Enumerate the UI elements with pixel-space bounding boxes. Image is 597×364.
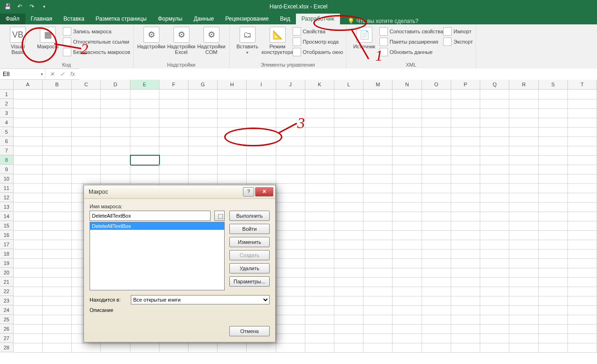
cell[interactable] (568, 343, 597, 353)
tab-insert[interactable]: Вставка (58, 14, 90, 24)
cell[interactable] (14, 240, 43, 250)
cell[interactable] (539, 193, 568, 203)
cell[interactable] (568, 127, 597, 137)
cell[interactable] (568, 315, 597, 325)
name-box-dropdown-icon[interactable]: ▾ (41, 72, 43, 76)
cell[interactable] (305, 221, 334, 231)
refresh-data-button[interactable]: Обновить данные (379, 47, 443, 57)
cell[interactable] (334, 108, 363, 118)
cell[interactable] (305, 183, 334, 193)
cell[interactable] (14, 155, 43, 165)
column-header[interactable]: A (14, 80, 43, 89)
cell[interactable] (218, 118, 247, 128)
cell[interactable] (539, 174, 568, 184)
cell[interactable] (159, 136, 189, 146)
macro-name-input[interactable] (90, 211, 211, 221)
addins-button[interactable]: ⚙Надстройки (136, 26, 166, 49)
cell[interactable] (393, 268, 422, 278)
xml-source-button[interactable]: 📄Источник (349, 26, 379, 49)
row-header[interactable]: 14 (0, 212, 14, 221)
column-header[interactable]: N (393, 80, 422, 89)
edit-button[interactable]: Изменить (229, 237, 270, 247)
column-header[interactable]: O (422, 80, 451, 89)
cell[interactable] (480, 165, 509, 174)
cell[interactable] (72, 127, 101, 137)
cell[interactable] (363, 165, 393, 174)
cell[interactable] (43, 127, 72, 137)
tab-file[interactable]: Файл (0, 14, 25, 24)
cell[interactable] (189, 99, 218, 109)
cell[interactable] (451, 174, 480, 184)
cell[interactable] (43, 258, 72, 268)
cell[interactable] (451, 146, 480, 156)
cell[interactable] (218, 99, 247, 109)
cell[interactable] (363, 221, 393, 231)
cell[interactable] (305, 324, 334, 334)
cell[interactable] (539, 127, 568, 137)
cell[interactable] (568, 277, 597, 287)
cell[interactable] (305, 277, 334, 287)
cell[interactable] (539, 183, 568, 193)
column-header[interactable]: M (363, 80, 393, 89)
cell[interactable] (393, 99, 422, 109)
cell[interactable] (276, 249, 305, 259)
cell[interactable] (43, 287, 72, 296)
cell[interactable] (159, 155, 189, 165)
cell[interactable] (334, 315, 363, 325)
cell[interactable] (334, 249, 363, 259)
cell[interactable] (276, 305, 305, 315)
cell[interactable] (130, 118, 159, 128)
cell[interactable] (422, 277, 451, 287)
cell[interactable] (480, 99, 509, 109)
cell[interactable] (218, 155, 247, 165)
cancel-formula-icon[interactable]: ✕ (48, 71, 56, 77)
cell[interactable] (393, 249, 422, 259)
cell[interactable] (422, 118, 451, 128)
cell[interactable] (568, 230, 597, 240)
cell[interactable] (363, 287, 393, 296)
cell[interactable] (276, 343, 305, 353)
cell[interactable] (568, 202, 597, 212)
cell[interactable] (451, 193, 480, 203)
cell[interactable] (422, 296, 451, 306)
cell[interactable] (101, 165, 130, 174)
cell[interactable] (363, 249, 393, 259)
tab-page-layout[interactable]: Разметка страницы (90, 14, 152, 24)
cell[interactable] (14, 90, 43, 99)
cell[interactable] (101, 127, 130, 137)
cell[interactable] (422, 324, 451, 334)
cell[interactable] (539, 305, 568, 315)
cell[interactable] (363, 296, 393, 306)
cell[interactable] (539, 90, 568, 99)
name-box[interactable]: ▾ (0, 69, 45, 79)
cell[interactable] (43, 146, 72, 156)
accept-formula-icon[interactable]: ✓ (59, 71, 66, 77)
cell[interactable] (363, 202, 393, 212)
cell[interactable] (422, 193, 451, 203)
cell[interactable] (422, 315, 451, 325)
cell[interactable] (509, 99, 538, 109)
cell[interactable] (480, 118, 509, 128)
cell[interactable] (334, 165, 363, 174)
cell[interactable] (363, 277, 393, 287)
cell[interactable] (509, 268, 538, 278)
cell[interactable] (422, 136, 451, 146)
cell[interactable] (422, 127, 451, 137)
cell[interactable] (451, 155, 480, 165)
record-macro-button[interactable]: Запись макроса (63, 27, 130, 36)
cell[interactable] (101, 90, 130, 99)
cell[interactable] (43, 334, 72, 343)
cell[interactable] (422, 305, 451, 315)
cell[interactable] (247, 343, 276, 353)
cell[interactable] (14, 183, 43, 193)
cell[interactable] (101, 146, 130, 156)
options-button[interactable]: Параметры... (229, 276, 270, 287)
cell[interactable] (189, 118, 218, 128)
cell[interactable] (14, 202, 43, 212)
cell[interactable] (451, 183, 480, 193)
cell[interactable] (247, 136, 276, 146)
xml-export-button[interactable]: Экспорт (443, 37, 473, 46)
cell[interactable] (334, 240, 363, 250)
row-header[interactable]: 4 (0, 118, 14, 127)
row-header[interactable]: 24 (0, 305, 14, 315)
